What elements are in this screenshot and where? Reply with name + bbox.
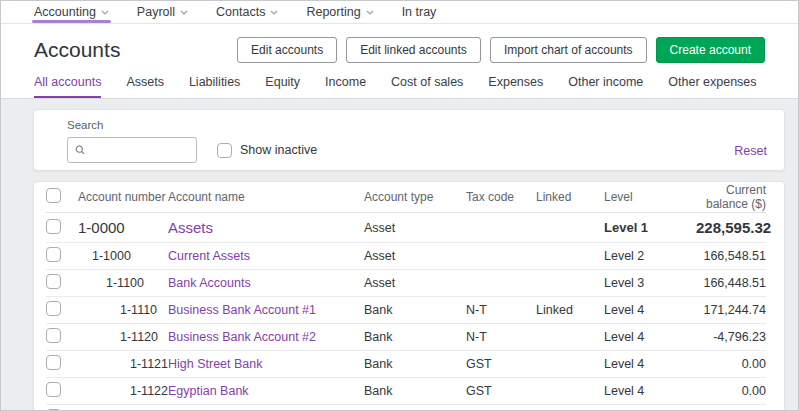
account-name-link[interactable]: Current Assets [168, 249, 250, 263]
tax-code-cell: GST [466, 357, 536, 371]
account-type-cell: Asset [364, 249, 466, 263]
edit-linked-accounts-button[interactable]: Edit linked accounts [346, 37, 481, 63]
chevron-down-icon [101, 10, 109, 15]
row-checkbox[interactable] [46, 274, 61, 289]
row-checkbox[interactable] [46, 355, 61, 370]
account-number-cell: 1-1120 [78, 330, 168, 344]
app-window: AccountingPayrollContactsReportingIn tra… [0, 0, 799, 411]
linked-cell: Linked [536, 303, 604, 317]
search-icon [75, 144, 85, 156]
show-inactive-toggle[interactable]: Show inactive [217, 143, 317, 158]
account-name-link[interactable]: Business Bank Account #1 [168, 303, 316, 317]
account-type-cell: Bank [364, 384, 466, 398]
account-name-cell: Egyptian Bank [168, 384, 364, 398]
edit-accounts-button[interactable]: Edit accounts [237, 37, 337, 63]
tax-code-cell: N-T [466, 330, 536, 344]
account-name-link[interactable]: High Street Bank [168, 357, 263, 371]
tab-cost-of-sales[interactable]: Cost of sales [391, 75, 463, 98]
account-type-cell: Asset [364, 276, 466, 290]
tab-liabilities[interactable]: Liabilities [189, 75, 240, 98]
tab-all-accounts[interactable]: All accounts [34, 75, 101, 98]
content-area: Search Show inactive Reset Ac [1, 99, 798, 411]
nav-item-contacts[interactable]: Contacts [216, 1, 278, 23]
top-nav: AccountingPayrollContactsReportingIn tra… [1, 1, 798, 24]
nav-item-reporting[interactable]: Reporting [306, 1, 373, 23]
table-row: 1-1120Business Bank Account #2BankN-TLev… [46, 324, 766, 351]
tab-income[interactable]: Income [325, 75, 366, 98]
select-all-checkbox[interactable] [46, 188, 61, 203]
col-account-name: Account name [168, 190, 364, 204]
tab-other-expenses[interactable]: Other expenses [668, 75, 756, 98]
col-linked: Linked [536, 190, 604, 204]
create-account-button[interactable]: Create account [656, 37, 765, 63]
row-checkbox-cell [46, 328, 78, 346]
row-checkbox-cell [46, 355, 78, 373]
nav-item-label: Payroll [137, 5, 175, 19]
col-tax-code: Tax code [466, 190, 536, 204]
row-checkbox[interactable] [46, 328, 61, 343]
account-type-cell: Asset [364, 221, 466, 235]
account-name-link[interactable]: Bank Accounts [168, 276, 251, 290]
level-cell: Level 4 [604, 330, 696, 344]
chevron-down-icon [270, 10, 278, 15]
show-inactive-checkbox[interactable] [217, 143, 232, 158]
nav-item-label: Contacts [216, 5, 265, 19]
account-number-cell: 1-1121 [78, 357, 168, 371]
account-name-cell: High Street Bank [168, 357, 364, 371]
level-cell: Level 4 [604, 303, 696, 317]
reset-link[interactable]: Reset [734, 144, 767, 158]
nav-item-payroll[interactable]: Payroll [137, 1, 188, 23]
account-name-link[interactable]: Business Bank Account #2 [168, 330, 316, 344]
account-number-cell: 1-1000 [78, 249, 168, 263]
row-checkbox[interactable] [46, 247, 61, 262]
search-field[interactable] [67, 137, 197, 163]
row-checkbox[interactable] [46, 219, 61, 234]
current-balance-cell: -4,796.23 [696, 330, 766, 344]
current-balance-cell: 0.00 [696, 357, 766, 371]
header-checkbox-cell [46, 188, 78, 206]
tab-assets[interactable]: Assets [126, 75, 164, 98]
col-level: Level [604, 190, 696, 204]
level-cell: Level 2 [604, 249, 696, 263]
show-inactive-label: Show inactive [240, 143, 317, 157]
table-row: 1-1122Egyptian BankBankGSTLevel 40.00 [46, 378, 766, 405]
account-type-tabs: All accountsAssetsLiabilitiesEquityIncom… [34, 75, 765, 98]
search-label: Search [67, 119, 768, 131]
table-row: 1-1110Business Bank Account #1BankN-TLin… [46, 297, 766, 324]
row-checkbox[interactable] [46, 301, 61, 316]
account-number-cell: 1-1100 [78, 276, 168, 290]
chevron-down-icon [366, 10, 374, 15]
account-name-link[interactable]: Assets [168, 219, 213, 236]
row-checkbox-cell [46, 382, 78, 400]
header-buttons: Edit accounts Edit linked accounts Impor… [237, 37, 765, 63]
current-balance-cell: 171,244.74 [696, 303, 766, 317]
table-row: 1-0000AssetsAssetLevel 1228,595.32 [46, 213, 766, 243]
import-chart-of-accounts-button[interactable]: Import chart of accounts [490, 37, 647, 63]
tab-equity[interactable]: Equity [265, 75, 300, 98]
current-balance-cell: 228,595.32 [696, 219, 771, 236]
search-panel: Search Show inactive Reset [33, 109, 785, 171]
level-cell: Level 3 [604, 276, 696, 290]
table-row: 1-1100Bank AccountsAssetLevel 3166,448.5… [46, 270, 766, 297]
table-body: 1-0000AssetsAssetLevel 1228,595.321-1000… [46, 213, 766, 411]
current-balance-cell: 166,548.51 [696, 249, 766, 263]
row-checkbox-cell [46, 247, 78, 265]
row-checkbox[interactable] [46, 382, 61, 397]
search-input[interactable] [91, 142, 189, 158]
nav-item-accounting[interactable]: Accounting [34, 1, 109, 23]
level-cell: Level 1 [604, 220, 696, 235]
nav-item-in-tray[interactable]: In tray [402, 1, 437, 23]
tab-other-income[interactable]: Other income [568, 75, 643, 98]
row-checkbox-cell [46, 274, 78, 292]
account-type-cell: Bank [364, 303, 466, 317]
col-current-balance: Current balance ($) [696, 183, 766, 211]
tab-expenses[interactable]: Expenses [488, 75, 543, 98]
table-row: 1-1130Business Bank Account #3BankN-TLev… [46, 405, 766, 411]
level-cell: Level 4 [604, 357, 696, 371]
account-name-cell: Business Bank Account #2 [168, 330, 364, 344]
account-name-cell: Bank Accounts [168, 276, 364, 290]
nav-item-label: Accounting [34, 5, 96, 19]
nav-item-label: Reporting [306, 5, 360, 19]
account-number-cell: 1-0000 [78, 219, 168, 236]
account-name-link[interactable]: Egyptian Bank [168, 384, 249, 398]
